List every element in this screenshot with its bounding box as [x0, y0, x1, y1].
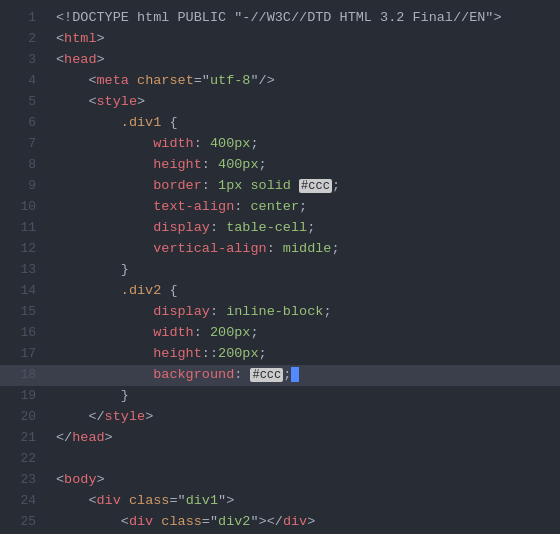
- code-line: 8 height: 400px;: [0, 155, 560, 176]
- token: >: [307, 514, 315, 529]
- token: middle: [275, 241, 332, 256]
- token: vertical-align: [153, 241, 266, 256]
- token: style: [97, 94, 138, 109]
- token: "></: [250, 514, 282, 529]
- token: <: [88, 493, 96, 508]
- code-line: 7 width: 400px;: [0, 134, 560, 155]
- line-content: border: 1px solid #ccc;: [56, 176, 544, 197]
- token: :: [202, 346, 210, 361]
- code-line: 16 width: 200px;: [0, 323, 560, 344]
- token: :: [202, 178, 210, 193]
- token: [56, 514, 121, 529]
- token: height: [153, 346, 202, 361]
- token: ;: [299, 199, 307, 214]
- token: {: [161, 115, 177, 130]
- token: [56, 262, 121, 277]
- line-number: 15: [8, 302, 36, 322]
- line-content: vertical-align: middle;: [56, 239, 544, 260]
- token: [56, 283, 121, 298]
- token: display: [153, 220, 210, 235]
- line-number: 17: [8, 344, 36, 364]
- token: >: [137, 94, 145, 109]
- line-content: <head>: [56, 50, 544, 71]
- line-content: .div2 {: [56, 281, 544, 302]
- code-line: 21</head>: [0, 428, 560, 449]
- code-line: 19 }: [0, 386, 560, 407]
- line-number: 3: [8, 50, 36, 70]
- token: head: [64, 52, 96, 67]
- token: >: [97, 52, 105, 67]
- token: style: [105, 409, 146, 424]
- token: <: [88, 94, 96, 109]
- line-number: 2: [8, 29, 36, 49]
- token: background: [153, 367, 234, 382]
- token: head: [72, 430, 104, 445]
- token: =": [202, 514, 218, 529]
- line-content: </style>: [56, 407, 544, 428]
- line-content: <body>: [56, 470, 544, 491]
- line-number: 6: [8, 113, 36, 133]
- token: [56, 367, 153, 382]
- text-cursor: [291, 367, 299, 382]
- line-number: 21: [8, 428, 36, 448]
- line-number: 8: [8, 155, 36, 175]
- token: 400px: [210, 157, 259, 172]
- line-number: 20: [8, 407, 36, 427]
- token: [56, 409, 88, 424]
- code-line: 13 }: [0, 260, 560, 281]
- token: .div2: [121, 283, 162, 298]
- line-content: width: 400px;: [56, 134, 544, 155]
- token: 400px: [202, 136, 251, 151]
- hex-color: #ccc: [299, 179, 332, 193]
- token: ;: [283, 367, 291, 382]
- token: <: [121, 514, 129, 529]
- token: div: [97, 493, 121, 508]
- token: {: [161, 283, 177, 298]
- token: 200px: [218, 346, 259, 361]
- line-number: 4: [8, 71, 36, 91]
- token: :: [267, 241, 275, 256]
- token: class: [129, 493, 170, 508]
- token: [56, 241, 153, 256]
- line-content: }: [56, 260, 544, 281]
- line-content: height: 400px;: [56, 155, 544, 176]
- token: }: [121, 262, 129, 277]
- hex-color: #ccc: [250, 368, 283, 382]
- token: [56, 73, 88, 88]
- line-number: 10: [8, 197, 36, 217]
- token: width: [153, 136, 194, 151]
- line-content: background: #ccc;: [56, 365, 544, 386]
- token: :: [194, 136, 202, 151]
- token: [56, 136, 153, 151]
- token: ;: [332, 178, 340, 193]
- token: [56, 493, 88, 508]
- token: [56, 199, 153, 214]
- token: [56, 115, 121, 130]
- token: :: [210, 304, 218, 319]
- line-number: 13: [8, 260, 36, 280]
- token: <: [56, 52, 64, 67]
- code-line: 20 </style>: [0, 407, 560, 428]
- line-number: 12: [8, 239, 36, 259]
- token: [56, 94, 88, 109]
- line-number: 22: [8, 449, 36, 469]
- token: 1px solid: [210, 178, 299, 193]
- line-number: 25: [8, 512, 36, 532]
- code-line: 24 <div class="div1">: [0, 491, 560, 512]
- line-content: </head>: [56, 428, 544, 449]
- line-content: <html>: [56, 29, 544, 50]
- token: utf-8: [210, 73, 251, 88]
- token: [56, 325, 153, 340]
- token: div1: [186, 493, 218, 508]
- token: [56, 388, 121, 403]
- code-line: 10 text-align: center;: [0, 197, 560, 218]
- line-content: <div class="div2"></div>: [56, 512, 544, 533]
- code-line: 11 display: table-cell;: [0, 218, 560, 239]
- token: ;: [250, 325, 258, 340]
- token: :: [194, 325, 202, 340]
- line-number: 16: [8, 323, 36, 343]
- token: width: [153, 325, 194, 340]
- token: }: [121, 388, 129, 403]
- token: =": [169, 493, 185, 508]
- token: ">: [218, 493, 234, 508]
